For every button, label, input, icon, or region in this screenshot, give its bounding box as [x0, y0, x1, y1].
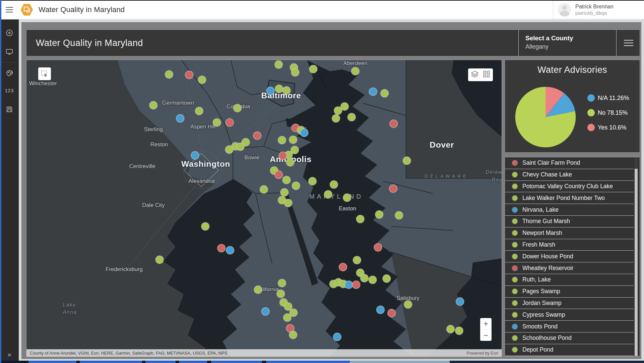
water-site-dot[interactable] [309, 177, 316, 185]
water-site-dot[interactable] [165, 70, 173, 78]
water-site-dot[interactable] [217, 244, 225, 252]
water-site-dot[interactable] [352, 281, 360, 289]
water-site-dot[interactable] [266, 87, 274, 95]
list-item[interactable]: Nirvana, Lake [505, 204, 634, 216]
list-item[interactable]: Potomac Valley Country Club Lake [505, 181, 634, 193]
water-site-dot[interactable] [260, 186, 268, 193]
list-item[interactable]: Ruth, Lake [505, 274, 634, 286]
map-canvas[interactable]: WinchesterGermantownColumbiaSterlingAspe… [26, 60, 502, 357]
water-site-dot[interactable] [201, 222, 209, 230]
water-site-dot[interactable] [345, 281, 352, 289]
water-site-dot[interactable] [262, 308, 269, 315]
water-site-dot[interactable] [237, 143, 244, 151]
list-item[interactable]: Fresh Marsh [505, 239, 634, 251]
water-site-dot[interactable] [278, 279, 286, 287]
list-item[interactable]: Saint Clair Farm Pond [505, 157, 634, 169]
water-site-dot[interactable] [377, 306, 384, 314]
add-element-button[interactable] [0, 26, 19, 40]
water-site-dot[interactable] [282, 87, 290, 94]
water-site-dot[interactable] [381, 90, 388, 97]
water-site-dot[interactable] [339, 263, 347, 271]
water-site-dot[interactable] [361, 274, 368, 282]
numeric-settings-button[interactable]: 123 [0, 84, 19, 97]
water-site-dot[interactable] [374, 244, 382, 251]
water-site-dot[interactable] [225, 146, 233, 153]
water-site-dot[interactable] [282, 176, 290, 184]
water-site-dot[interactable] [149, 101, 157, 109]
water-site-dot[interactable] [309, 65, 317, 73]
list-item[interactable]: Smoots Pond [505, 321, 634, 332]
water-site-dot[interactable] [348, 113, 356, 121]
water-site-dot[interactable] [292, 182, 300, 190]
zoom-out-button[interactable]: − [480, 329, 492, 341]
list-item[interactable]: Chevy Chase Lake [505, 169, 634, 181]
water-site-dot[interactable] [388, 309, 395, 317]
list-scrollbar-thumb[interactable] [635, 169, 638, 356]
app-menu-icon[interactable] [6, 7, 13, 12]
list-scrollbar[interactable] [635, 157, 638, 356]
county-selector[interactable]: Select a County Allegany [518, 30, 616, 56]
legend-item[interactable]: Yes 10.6% [587, 124, 629, 131]
water-site-dot[interactable] [278, 136, 286, 144]
water-site-dot[interactable] [291, 68, 299, 76]
water-site-dot[interactable] [277, 290, 284, 298]
water-site-dot[interactable] [383, 275, 390, 282]
water-site-dot[interactable] [389, 185, 397, 193]
expand-sidebar-button[interactable]: » [0, 351, 19, 358]
user-menu[interactable]: Patrick Brennan patrickb_dbqa [553, 1, 644, 19]
water-site-dot[interactable] [284, 199, 292, 207]
list-item[interactable]: Lake Walker Pond Number Two [505, 192, 634, 204]
water-site-dot[interactable] [289, 331, 297, 339]
list-item[interactable]: Schoolhouse Pond [505, 332, 634, 344]
water-site-dot[interactable] [275, 85, 283, 93]
water-site-dot[interactable] [275, 61, 282, 68]
water-site-dot[interactable] [254, 286, 262, 294]
water-site-dot[interactable] [185, 71, 193, 79]
legend-item[interactable]: N/A 11.26% [587, 94, 629, 102]
zoom-in-button[interactable]: + [480, 318, 492, 329]
water-site-dot[interactable] [369, 276, 376, 283]
water-site-dot[interactable] [351, 67, 359, 75]
theme-button[interactable] [0, 66, 19, 80]
water-site-dot[interactable] [213, 118, 221, 126]
water-site-dot[interactable] [253, 132, 261, 140]
legend-item[interactable]: No 78.15% [587, 109, 629, 116]
water-site-dot[interactable] [395, 211, 403, 219]
water-site-dot[interactable] [390, 120, 397, 127]
water-site-dot[interactable] [330, 180, 338, 188]
list-item[interactable]: Jordan Swamp [505, 298, 634, 309]
water-site-dot[interactable] [191, 151, 199, 159]
map-select-tool-button[interactable] [38, 67, 51, 80]
water-site-dot[interactable] [280, 189, 288, 196]
water-site-dot[interactable] [333, 333, 341, 341]
water-site-dot[interactable] [332, 114, 340, 122]
water-site-dot[interactable] [404, 301, 412, 308]
list-item[interactable]: Thorne Gut Marsh [505, 216, 634, 227]
list-item[interactable]: Pages Swamp [505, 286, 634, 298]
list-item[interactable]: Newport Marsh [505, 227, 634, 239]
water-site-dot[interactable] [356, 215, 364, 223]
water-site-dot[interactable] [275, 171, 282, 178]
water-site-dot[interactable] [226, 246, 234, 254]
water-site-dot[interactable] [341, 103, 348, 110]
water-site-dot[interactable] [176, 114, 184, 122]
water-site-dot[interactable] [369, 88, 377, 96]
water-site-dot[interactable] [447, 325, 454, 333]
list-item[interactable]: Dower House Pond [505, 251, 634, 262]
water-site-dot[interactable] [456, 298, 464, 305]
water-site-dot[interactable] [300, 129, 308, 137]
water-site-dot[interactable] [403, 157, 410, 164]
water-site-dot[interactable] [156, 256, 164, 263]
water-site-dot[interactable] [455, 327, 463, 334]
water-site-dot[interactable] [279, 152, 286, 160]
water-site-dot[interactable] [234, 104, 241, 112]
view-button[interactable] [0, 45, 19, 58]
water-site-dot[interactable] [283, 314, 291, 321]
list-item[interactable]: Depot Pond [505, 344, 634, 356]
water-site-dot[interactable] [195, 107, 203, 115]
basemap-gallery-icon[interactable] [483, 70, 490, 79]
water-site-dot[interactable] [324, 191, 332, 198]
water-site-dot[interactable] [289, 136, 297, 144]
water-site-dot[interactable] [198, 76, 206, 84]
water-site-dot[interactable] [226, 118, 234, 126]
